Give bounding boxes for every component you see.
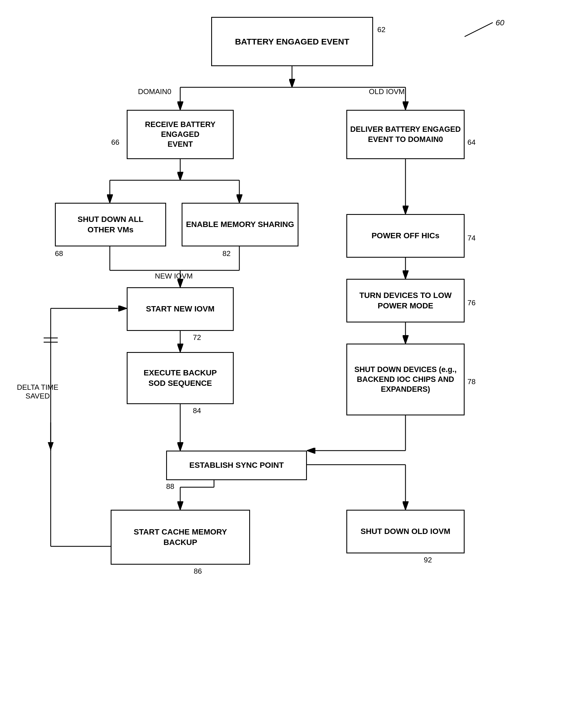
ref-72: 72 <box>193 333 201 342</box>
turn-devices-low-box: TURN DEVICES TO LOWPOWER MODE <box>346 279 464 322</box>
enable-memory-box: ENABLE MEMORY SHARING <box>182 203 298 246</box>
power-off-hics-box: POWER OFF HICs <box>346 214 464 258</box>
ref-78: 78 <box>468 378 476 386</box>
ref-60: 60 <box>496 18 504 27</box>
diagram-arrows <box>0 0 584 728</box>
ref-64: 64 <box>468 138 476 147</box>
execute-backup-box: EXECUTE BACKUPSOD SEQUENCE <box>127 352 234 404</box>
battery-engaged-event-box: BATTERY ENGAGED EVENT <box>211 17 373 66</box>
old-iovm-label: OLD IOVM <box>369 87 405 96</box>
ref-76: 76 <box>468 298 476 307</box>
domain0-label: DOMAIN0 <box>138 87 171 96</box>
start-cache-backup-box: START CACHE MEMORYBACKUP <box>111 510 250 565</box>
ref-84: 84 <box>193 407 201 415</box>
ref-66: 66 <box>111 138 120 147</box>
new-iovm-label: NEW IOVM <box>155 272 193 281</box>
svg-line-28 <box>464 23 493 36</box>
receive-battery-box: RECEIVE BATTERY ENGAGEDEVENT <box>127 110 234 159</box>
ref-88: 88 <box>166 482 174 491</box>
establish-sync-box: ESTABLISH SYNC POINT <box>166 450 307 480</box>
ref-62: 62 <box>377 25 386 34</box>
start-new-iovm-box: START NEW IOVM <box>127 287 234 331</box>
shut-down-devices-box: SHUT DOWN DEVICES (e.g.,BACKEND IOC CHIP… <box>346 344 464 415</box>
ref-86: 86 <box>194 567 202 576</box>
ref-92: 92 <box>424 556 432 564</box>
diagram: BATTERY ENGAGED EVENT 62 60 DOMAIN0 OLD … <box>0 0 584 728</box>
loop-arrow <box>0 0 584 728</box>
delta-time-label: DELTA TIMESAVED <box>17 383 58 400</box>
ref-82: 82 <box>222 249 231 258</box>
ref-74: 74 <box>468 234 476 242</box>
shut-down-old-iovm-box: SHUT DOWN OLD IOVM <box>346 510 464 553</box>
deliver-battery-box: DELIVER BATTERY ENGAGEDEVENT TO DOMAIN0 <box>346 110 464 159</box>
ref-68: 68 <box>55 249 63 258</box>
shut-down-vms-box: SHUT DOWN ALLOTHER VMs <box>55 203 166 246</box>
